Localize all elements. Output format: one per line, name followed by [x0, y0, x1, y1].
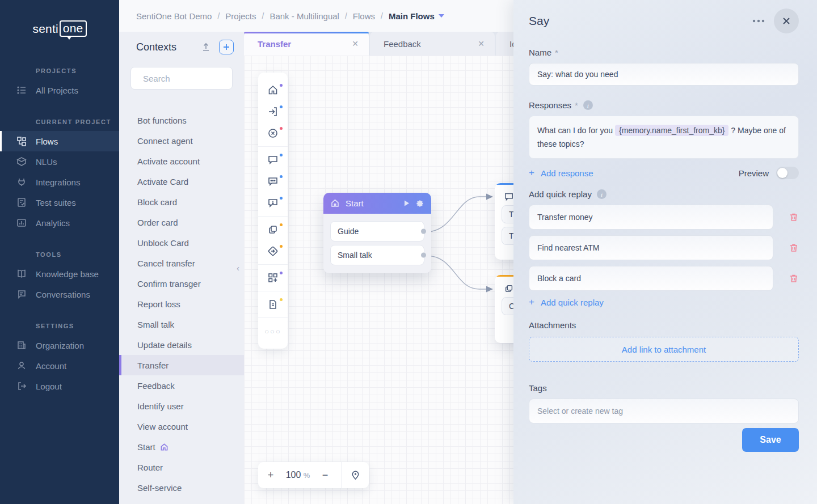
context-search	[130, 67, 233, 90]
x-circle-icon	[267, 128, 279, 139]
chevron-down-icon[interactable]	[439, 14, 444, 18]
context-item-self-service[interactable]: Self-service	[119, 477, 244, 498]
add-attachment-button[interactable]: Add link to attachment	[529, 337, 799, 362]
context-item-small-talk[interactable]: Small talk	[119, 314, 244, 334]
context-item-start[interactable]: Start	[119, 437, 244, 457]
start-node-header[interactable]: Start	[323, 193, 431, 214]
blue-dot	[280, 105, 283, 108]
connector-port[interactable]	[421, 253, 426, 258]
context-item-connect-agent[interactable]: Connect agent	[119, 130, 244, 151]
name-field[interactable]	[529, 63, 799, 86]
context-item-bot-functions[interactable]: Bot functions	[119, 110, 244, 130]
context-item-view-account[interactable]: View account	[119, 416, 244, 437]
center-view-button[interactable]	[342, 470, 369, 481]
add-response-button[interactable]: +Add response	[529, 167, 593, 179]
start-node[interactable]: Start Guide Small talk	[323, 193, 431, 273]
context-item-activate-account[interactable]: Activate account	[119, 151, 244, 171]
sidebar-item-logout[interactable]: Logout	[0, 376, 119, 396]
context-item-activate-card[interactable]: Activate Card	[119, 171, 244, 192]
section-heading-tools: TOOLS	[0, 243, 119, 264]
collapse-panel-icon[interactable]: ‹	[237, 263, 239, 273]
sidebar-item-nlus[interactable]: NLUs	[0, 151, 119, 172]
close-panel-button[interactable]	[774, 9, 799, 33]
connector-port[interactable]	[421, 229, 426, 234]
sidebar-item-integrations[interactable]: Integrations	[0, 172, 119, 192]
context-item-identify-user[interactable]: Identify user	[119, 396, 244, 416]
copy-node-tool[interactable]	[258, 219, 288, 240]
context-item-block-card[interactable]: Block card	[119, 192, 244, 212]
note-node-tool[interactable]	[258, 294, 288, 315]
context-item-unblock-card[interactable]: Unblock Card	[119, 232, 244, 253]
sidebar-item-analytics[interactable]: Analytics	[0, 213, 119, 233]
add-quick-replay-button[interactable]: +Add quick replay	[529, 297, 604, 308]
tab-label: Transfer	[258, 39, 349, 49]
add-quick-replay-label: Add quick replay	[541, 298, 604, 307]
tags-field[interactable]	[529, 399, 799, 423]
context-item-update-details[interactable]: Update details	[119, 334, 244, 355]
context-item-report-loss[interactable]: Report loss	[119, 294, 244, 314]
context-item-label: Transfer	[137, 361, 169, 370]
breadcrumb-item-current[interactable]: Main Flows	[389, 11, 435, 21]
notify-node-tool[interactable]	[258, 192, 288, 214]
module-node-tool[interactable]	[258, 267, 288, 289]
delete-quick-reply-button[interactable]	[789, 212, 799, 222]
zoom-in-button[interactable]: +	[258, 469, 283, 481]
memory-token-chip[interactable]: {memory.name_first_from_kb}	[615, 125, 728, 136]
context-item-confirm-transger[interactable]: Confirm transger	[119, 273, 244, 294]
search-input[interactable]	[143, 74, 256, 83]
context-item-label: Connect agent	[137, 136, 193, 146]
zoom-out-button[interactable]: −	[313, 469, 338, 481]
say-node-tool[interactable]	[258, 149, 288, 171]
ask-node-tool[interactable]	[258, 171, 288, 192]
breadcrumb-item[interactable]: Bank - Multilingual	[269, 11, 339, 21]
section-heading-projects: PROJECTS	[0, 60, 119, 80]
condition-node-tool[interactable]	[258, 240, 288, 262]
close-icon[interactable]: ✕	[349, 38, 361, 49]
save-button[interactable]: Save	[742, 428, 799, 452]
context-item-transfer[interactable]: Transfer	[119, 355, 244, 375]
more-tools-button[interactable]: ○○○	[258, 320, 288, 342]
more-options-icon[interactable]	[752, 19, 765, 23]
quick-reply-field[interactable]	[529, 205, 773, 230]
sidebar-item-test-suites[interactable]: Test suites	[0, 192, 119, 213]
context-item-router[interactable]: Router	[119, 457, 244, 477]
blue-dot	[280, 154, 283, 156]
sidebar-item-all-projects[interactable]: All Projects	[0, 80, 119, 100]
sidebar-item-flows[interactable]: Flows	[0, 131, 119, 151]
sidebar-item-organization[interactable]: Organization	[0, 335, 119, 355]
breadcrumb-item[interactable]: Projects	[225, 11, 256, 21]
tab-feedback[interactable]: Feedback ✕	[370, 32, 495, 56]
cube-icon	[16, 156, 27, 167]
delete-quick-reply-button[interactable]	[789, 273, 799, 283]
close-icon[interactable]: ✕	[475, 38, 487, 49]
context-item-cancel-transfer[interactable]: Cancel transfer	[119, 253, 244, 273]
tab-transfer[interactable]: Transfer ✕	[244, 32, 369, 56]
preview-toggle[interactable]	[776, 167, 799, 179]
start-node-tool[interactable]	[258, 79, 288, 101]
sidebar-item-knowledge-base[interactable]: Knowledge base	[0, 264, 119, 284]
response-text-editor[interactable]: What can I do for you {memory.name_first…	[529, 116, 799, 159]
upload-icon[interactable]	[201, 42, 211, 52]
breadcrumb-item[interactable]: SentiOne Bot Demo	[136, 11, 212, 21]
play-icon[interactable]	[402, 199, 411, 207]
context-item-feedback[interactable]: Feedback	[119, 375, 244, 396]
breadcrumb-item[interactable]: Flows	[353, 11, 375, 21]
chat-icon	[16, 289, 27, 300]
quick-reply-field[interactable]	[529, 266, 773, 291]
node-option-guide[interactable]: Guide	[330, 221, 424, 242]
delete-quick-reply-button[interactable]	[789, 243, 799, 253]
end-node-tool[interactable]	[258, 122, 288, 144]
add-context-button[interactable]	[219, 40, 234, 54]
close-icon	[782, 17, 790, 25]
sidebar-item-account[interactable]: Account	[0, 355, 119, 376]
grid-plus-icon	[267, 272, 279, 283]
sidebar-item-label: Organization	[36, 341, 84, 350]
gear-icon[interactable]	[415, 199, 424, 208]
sidebar-item-conversations[interactable]: Conversations	[0, 284, 119, 304]
node-option-small-talk[interactable]: Small talk	[330, 245, 424, 265]
tags-label: Tags	[529, 383, 547, 393]
quick-reply-field[interactable]	[529, 235, 773, 260]
home-icon	[160, 443, 169, 451]
entry-node-tool[interactable]	[258, 101, 288, 122]
context-item-order-card[interactable]: Order card	[119, 212, 244, 232]
